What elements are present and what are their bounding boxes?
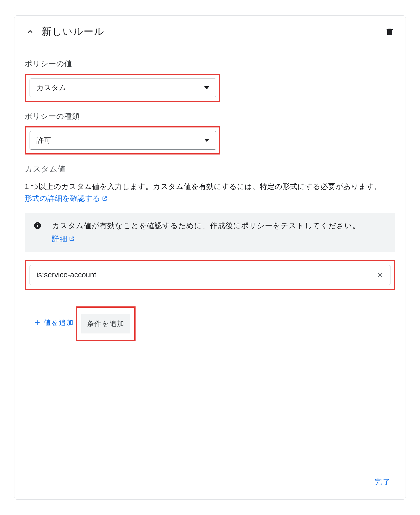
trash-icon [385,27,394,36]
rule-panel: 新しいルール ポリシーの値 カスタム ポリシーの種類 許可 カスタム値 1 つ以… [14,15,406,500]
highlight-custom-value-input [25,260,395,290]
panel-title: 新しいルール [42,25,104,38]
info-icon-wrap [33,221,42,245]
svg-rect-1 [37,225,38,227]
info-icon [33,221,42,230]
policy-value-block: ポリシーの値 カスタム [25,59,395,102]
policy-type-block: ポリシーの種類 許可 [25,111,395,154]
header-left: 新しいルール [25,25,104,38]
policy-value-selected: カスタム [37,83,66,93]
svg-rect-2 [37,224,38,224]
highlight-policy-value: カスタム [25,74,220,102]
dropdown-arrow-icon [204,139,209,142]
policy-value-label: ポリシーの値 [25,59,395,69]
chevron-up-icon [26,27,34,36]
panel-header: 新しいルール [25,25,395,38]
custom-values-help: 1 つ以上のカスタム値を入力します。カスタム値を有効にするには、特定の形式にする… [25,181,395,205]
highlight-add-condition: 条件を追加 [76,306,136,341]
custom-values-description: 1 つ以上のカスタム値を入力します。カスタム値を有効にするには、特定の形式にする… [25,182,381,191]
policy-type-label: ポリシーの種類 [25,111,395,122]
delete-button[interactable] [384,26,395,37]
policy-type-selected: 許可 [37,135,51,145]
info-details-link[interactable]: 詳細 [52,233,75,245]
custom-value-input[interactable] [37,271,375,279]
info-box: カスタム値が有効なことを確認するために、作成後にポリシーをテストしてください。 … [25,213,395,252]
collapse-button[interactable] [25,26,35,37]
add-value-label: 値を追加 [44,318,74,327]
format-details-link[interactable]: 形式の詳細を確認する [25,192,108,205]
dropdown-arrow-icon [204,86,209,90]
policy-type-select[interactable]: 許可 [30,131,216,150]
custom-values-title: カスタム値 [25,164,395,174]
close-icon [376,271,384,279]
add-value-button[interactable]: 値を追加 [34,318,74,327]
external-link-icon [69,236,75,242]
external-link-icon [102,196,108,201]
format-details-link-text: 形式の詳細を確認する [25,192,100,204]
plus-icon [34,319,41,326]
info-details-link-text: 詳細 [52,233,67,245]
custom-value-row [30,265,390,285]
add-condition-button[interactable]: 条件を追加 [81,314,130,333]
policy-value-select[interactable]: カスタム [30,79,216,97]
info-text: カスタム値が有効なことを確認するために、作成後にポリシーをテストしてください。 [52,220,360,231]
info-body: カスタム値が有効なことを確認するために、作成後にポリシーをテストしてください。 … [52,220,360,245]
clear-value-button[interactable] [375,270,385,280]
highlight-policy-type: 許可 [25,126,220,154]
done-button[interactable]: 完了 [375,477,391,487]
